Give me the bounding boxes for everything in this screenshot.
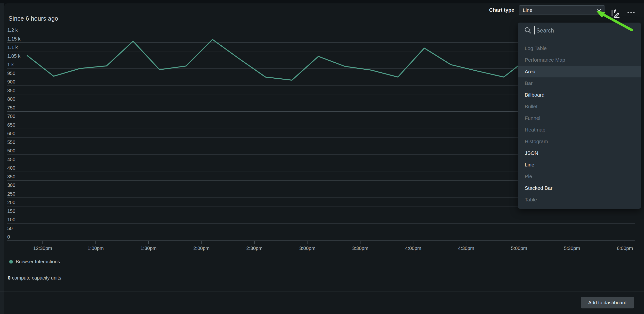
svg-text:150: 150 <box>7 208 15 214</box>
menu-item-log-table: Log Table <box>518 43 641 54</box>
svg-text:250: 250 <box>7 191 15 197</box>
chart-type-search-input[interactable] <box>536 25 634 36</box>
svg-text:200: 200 <box>7 200 15 205</box>
svg-text:300: 300 <box>7 182 15 188</box>
menu-item-bullet: Bullet <box>518 101 641 112</box>
svg-text:1:30pm: 1:30pm <box>140 245 157 251</box>
menu-item-performance-map: Performance Map <box>518 54 641 66</box>
svg-text:1.15 k: 1.15 k <box>7 36 20 42</box>
svg-text:800: 800 <box>7 96 15 102</box>
series-legend-label: Browser Interactions <box>16 259 60 264</box>
chart-type-dropdown: Log TablePerformance MapAreaBarBillboard… <box>518 23 641 209</box>
svg-text:650: 650 <box>7 122 15 128</box>
svg-text:1.05 k: 1.05 k <box>7 53 20 59</box>
svg-text:4:00pm: 4:00pm <box>405 245 422 251</box>
svg-text:3:30pm: 3:30pm <box>352 245 368 251</box>
menu-item-histogram: Histogram <box>518 136 641 147</box>
svg-text:1:00pm: 1:00pm <box>88 245 104 251</box>
svg-text:950: 950 <box>7 71 15 76</box>
svg-text:6:00pm: 6:00pm <box>617 245 633 251</box>
svg-text:700: 700 <box>7 114 15 119</box>
svg-text:5:30pm: 5:30pm <box>564 245 580 251</box>
edit-chart-button[interactable] <box>610 8 620 18</box>
menu-item-stacked-bar[interactable]: Stacked Bar <box>518 182 641 194</box>
svg-text:50: 50 <box>7 226 12 231</box>
menu-item-line[interactable]: Line <box>518 159 641 171</box>
search-icon <box>524 27 532 34</box>
svg-text:5:00pm: 5:00pm <box>511 245 527 251</box>
svg-text:550: 550 <box>7 140 15 145</box>
svg-text:2:00pm: 2:00pm <box>194 245 210 251</box>
chart-builder-page: Since 6 hours ago 1.2 k1.15 k1.1 k1.05 k… <box>0 0 644 314</box>
svg-text:900: 900 <box>7 79 15 85</box>
dropdown-search-row <box>518 23 641 38</box>
svg-text:3:00pm: 3:00pm <box>299 245 316 251</box>
compute-capacity-note: 0compute capacity units <box>8 275 61 281</box>
menu-item-json[interactable]: JSON <box>518 147 641 159</box>
menu-item-bar: Bar <box>518 77 641 89</box>
chevron-down-icon <box>596 9 602 12</box>
compute-capacity-value: 0 <box>8 275 10 280</box>
menu-item-billboard[interactable]: Billboard <box>518 89 641 101</box>
ellipsis-icon <box>628 12 629 13</box>
svg-text:600: 600 <box>7 131 15 136</box>
text-cursor <box>534 26 535 35</box>
svg-text:750: 750 <box>7 105 15 110</box>
svg-text:850: 850 <box>7 88 15 93</box>
menu-item-pie: Pie <box>518 171 641 182</box>
legend-item[interactable]: Browser Interactions <box>9 258 60 265</box>
svg-text:2:30pm: 2:30pm <box>246 245 262 251</box>
svg-text:1.1 k: 1.1 k <box>7 45 18 50</box>
menu-item-table: Table <box>518 194 641 205</box>
series-color-dot <box>9 260 13 263</box>
edit-chart-icon <box>610 8 620 18</box>
svg-text:350: 350 <box>7 174 15 179</box>
svg-text:100: 100 <box>7 217 15 222</box>
svg-text:1 k: 1 k <box>7 62 14 67</box>
chart-type-label: Chart type <box>473 7 514 13</box>
chart-type-selected-value: Line <box>523 7 532 13</box>
chart-type-select[interactable]: Line <box>519 5 605 15</box>
svg-text:450: 450 <box>7 157 15 162</box>
svg-text:0: 0 <box>7 234 10 239</box>
menu-item-funnel: Funnel <box>518 112 641 124</box>
svg-text:500: 500 <box>7 148 15 153</box>
add-to-dashboard-button[interactable]: Add to dashboard <box>581 297 634 308</box>
menu-item-heatmap: Heatmap <box>518 124 641 136</box>
svg-text:4:30pm: 4:30pm <box>458 245 474 251</box>
svg-text:400: 400 <box>7 165 15 171</box>
chart-type-options-list: Log TablePerformance MapAreaBarBillboard… <box>518 43 641 205</box>
more-options-button[interactable] <box>626 10 636 16</box>
compute-capacity-text: compute capacity units <box>12 275 61 280</box>
svg-text:1.2 k: 1.2 k <box>7 28 18 33</box>
svg-text:12:30pm: 12:30pm <box>33 245 52 251</box>
footer-divider <box>0 291 644 291</box>
menu-item-area[interactable]: Area <box>518 66 641 77</box>
